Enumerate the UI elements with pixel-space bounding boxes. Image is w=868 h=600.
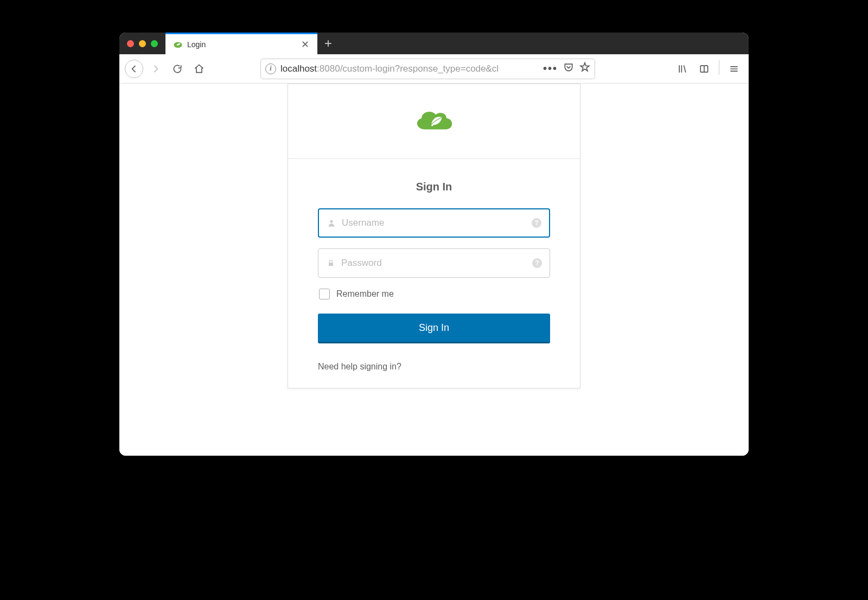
- toolbar-right: [608, 60, 743, 78]
- tab-close-button[interactable]: ✕: [300, 39, 310, 50]
- username-help-icon[interactable]: ?: [532, 218, 541, 228]
- titlebar: Login ✕ +: [119, 33, 749, 54]
- signin-button[interactable]: Sign In: [318, 314, 550, 343]
- svg-rect-4: [329, 263, 333, 266]
- user-icon: [327, 219, 336, 227]
- login-card: Sign In ? ? Remembe: [288, 84, 580, 388]
- page-content: Sign In ? ? Remembe: [119, 84, 749, 456]
- toolbar: i localhost:8080/custom-login?response_t…: [119, 54, 749, 84]
- library-icon[interactable]: [673, 60, 692, 78]
- browser-tab[interactable]: Login ✕: [165, 33, 317, 54]
- forward-button[interactable]: [146, 60, 165, 78]
- help-signing-in-link[interactable]: Need help signing in?: [318, 362, 550, 372]
- browser-window: Login ✕ + i localhost:8080/custom-login?…: [119, 33, 749, 456]
- password-input[interactable]: [341, 258, 527, 269]
- toolbar-separator: [719, 60, 719, 75]
- logo-area: [288, 84, 580, 159]
- window-controls: [119, 33, 165, 54]
- address-bar-actions: •••: [543, 62, 590, 75]
- password-help-icon[interactable]: ?: [532, 258, 542, 268]
- form-heading: Sign In: [318, 181, 550, 193]
- close-window-button[interactable]: [127, 40, 134, 47]
- tab-title: Login: [187, 40, 296, 49]
- bookmark-icon[interactable]: [579, 62, 590, 75]
- svg-point-2: [431, 124, 433, 126]
- back-button[interactable]: [125, 60, 143, 78]
- login-form: Sign In ? ? Remembe: [288, 159, 580, 388]
- username-field-wrap[interactable]: ?: [318, 208, 550, 238]
- minimize-window-button[interactable]: [139, 40, 146, 47]
- maximize-window-button[interactable]: [151, 40, 158, 47]
- remember-me-wrap[interactable]: Remember me: [318, 289, 550, 299]
- password-field-wrap[interactable]: ?: [318, 248, 550, 278]
- site-info-icon[interactable]: i: [265, 63, 276, 74]
- svg-point-3: [330, 220, 333, 223]
- tab-favicon-icon: [173, 40, 183, 49]
- spring-cloud-logo-icon: [412, 105, 456, 138]
- menu-button[interactable]: [725, 60, 743, 78]
- home-button[interactable]: [190, 60, 208, 78]
- url-text: localhost:8080/custom-login?response_typ…: [280, 63, 539, 74]
- remember-me-checkbox[interactable]: [319, 289, 330, 299]
- reload-button[interactable]: [168, 60, 187, 78]
- lock-icon: [326, 259, 336, 267]
- page-actions-icon[interactable]: •••: [543, 62, 558, 75]
- pocket-icon[interactable]: [563, 62, 574, 75]
- remember-me-label: Remember me: [336, 289, 394, 299]
- username-input[interactable]: [342, 218, 526, 228]
- sidebar-icon[interactable]: [695, 60, 713, 78]
- new-tab-button[interactable]: +: [317, 33, 339, 54]
- address-bar[interactable]: i localhost:8080/custom-login?response_t…: [260, 59, 595, 79]
